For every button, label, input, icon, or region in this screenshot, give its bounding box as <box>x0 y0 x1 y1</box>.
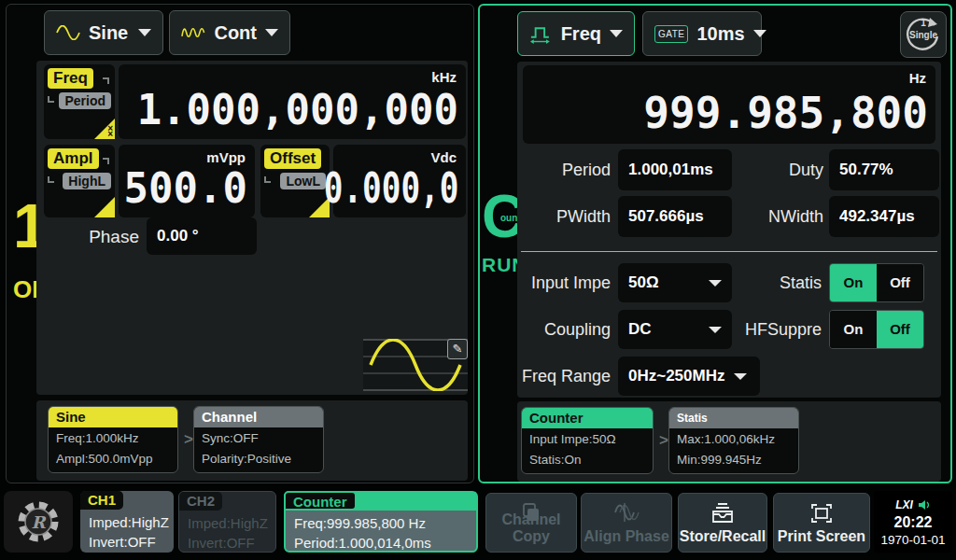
single-label: Single <box>901 30 946 40</box>
store-recall-button[interactable]: Store/Recall <box>678 493 767 553</box>
ch1-tab-label: CH1 <box>80 491 123 510</box>
ampl-unit: mVpp <box>206 149 246 165</box>
sine-summary-card[interactable]: Sine Freq:1.000kHz Ampl:500.0mVpp <box>48 406 178 473</box>
counter-status-tile[interactable]: Counter Freq:999.985,800 Hz Period:1.000… <box>284 491 478 553</box>
freq-range-select[interactable]: 0Hz~250MHz <box>618 357 760 396</box>
statis-on-button[interactable]: On <box>830 264 877 301</box>
hfsuppre-toggle: On Off <box>829 310 924 349</box>
hfsuppre-on-button[interactable]: On <box>830 311 877 348</box>
statis-off-button[interactable]: Off <box>877 264 923 301</box>
nwidth-value-text: 492.347µs <box>839 207 915 226</box>
ampl-display[interactable]: mVpp 500.0 <box>119 145 255 217</box>
period-value-text: 1.000,01ms <box>628 161 713 179</box>
channel-summary-card[interactable]: Channel Sync:OFF Polarity:Positive <box>193 406 324 473</box>
caret-down-icon <box>138 29 151 36</box>
duty-label: Duty <box>732 161 823 180</box>
svg-text:R: R <box>32 512 47 532</box>
statis-card-min: Min:999.945Hz <box>669 451 798 469</box>
ampl-key[interactable]: Ampl HighL × <box>44 145 115 217</box>
coupling-label: Coupling <box>517 320 611 340</box>
counter-mode-select[interactable]: Freq <box>517 11 635 56</box>
highl-key-label: HighL <box>63 173 111 189</box>
channel-copy-button[interactable]: Channel Copy <box>485 493 577 553</box>
caret-down-icon <box>734 373 747 380</box>
pwidth-value-text: 507.666µs <box>628 207 704 226</box>
clock-time: 20:22 <box>874 514 952 531</box>
counter-tile-freq: Freq:999.985,800 Hz <box>286 513 476 533</box>
pwidth-label: PWidth <box>517 207 611 227</box>
ch1-impedance: Imped:HighZ <box>80 512 174 532</box>
freq-key-label: Freq <box>48 68 93 89</box>
channel-card-polarity: Polarity:Positive <box>194 450 323 469</box>
freq-key[interactable]: Freq Period × <box>44 64 115 139</box>
instrument-screen: Sine Cont 1 ON Freq Period × kHz 1 <box>0 0 956 560</box>
waveform-select-label: Sine <box>89 22 128 44</box>
channel1-panel: Sine Cont 1 ON Freq Period × kHz 1 <box>6 4 474 483</box>
counter-summary-card[interactable]: Counter Input Impe:50Ω Statis:On <box>521 407 654 474</box>
coupling-value: DC <box>628 320 652 339</box>
print-screen-icon <box>774 501 869 525</box>
input-impedance-select[interactable]: 50Ω <box>618 263 732 302</box>
statis-card-max: Max:1.000,06kHz <box>669 430 798 449</box>
gate-badge: GATE <box>654 25 688 43</box>
print-screen-button[interactable]: Print Screen <box>773 493 870 553</box>
sine-icon <box>56 25 80 40</box>
counter-tile-period: Period:1.000,014,0ms <box>286 533 476 553</box>
edit-waveform-icon[interactable]: ✎ <box>447 339 468 359</box>
mode-select[interactable]: Cont <box>169 10 290 55</box>
ch2-status-tile[interactable]: CH2 Imped:HighZ Invert:OFF <box>178 491 276 553</box>
ch1-status-tile[interactable]: CH1 Imped:HighZ Invert:OFF <box>80 491 174 553</box>
statis-label: Statis <box>732 273 822 293</box>
gear-logo-icon: R <box>14 497 63 546</box>
coupling-select[interactable]: DC <box>618 310 732 349</box>
ch2-invert: Invert:OFF <box>179 533 275 553</box>
sine-card-ampl: Ampl:500.0mVpp <box>49 450 177 469</box>
system-menu-button[interactable]: R <box>4 491 73 553</box>
caret-down-icon <box>265 29 278 36</box>
hfsuppre-off-button[interactable]: Off <box>877 311 923 348</box>
counter-freq-unit: Hz <box>909 70 926 86</box>
ch2-tab-label: CH2 <box>179 492 222 511</box>
counter-freq-display[interactable]: Hz 999.985,800 <box>523 65 935 144</box>
caret-down-icon <box>709 280 722 287</box>
align-phase-icon <box>582 501 671 524</box>
channel-copy-label: Channel Copy <box>486 511 576 545</box>
pwidth-value: 507.666µs <box>618 196 732 237</box>
waveform-preview[interactable]: ✎ <box>363 339 468 391</box>
chevron-right-icon: > <box>659 431 668 450</box>
statis-card-title: Statis <box>669 408 798 428</box>
single-button[interactable]: 1 Single <box>900 11 947 58</box>
offset-key[interactable]: Offset LowL <box>260 145 330 217</box>
ampl-key-label: Ampl <box>48 148 99 169</box>
statis-summary-card[interactable]: Statis Max:1.000,06kHz Min:999.945Hz <box>668 407 799 474</box>
offset-value: 0.000,0 <box>323 164 458 212</box>
divider <box>521 251 937 252</box>
period-value: 1.000,01ms <box>618 149 732 190</box>
phase-value: 0.00 ° <box>157 227 199 245</box>
phase-field[interactable]: 0.00 ° <box>147 217 257 255</box>
statis-toggle: On Off <box>829 263 924 302</box>
period-label: Period <box>517 161 611 180</box>
duty-value: 50.77% <box>829 149 939 190</box>
corner-mark-icon <box>103 158 109 164</box>
mode-select-label: Cont <box>214 22 257 44</box>
lowl-key-label: LowL <box>280 173 326 189</box>
status-clock-tile[interactable]: LXI 20:22 1970-01-01 <box>874 491 952 553</box>
channel1-parameters: Freq Period × kHz 1.000,000,000 Ampl Hig… <box>36 61 468 395</box>
channel-card-title: Channel <box>194 407 323 427</box>
freq-display[interactable]: kHz 1.000,000,000 <box>119 64 466 139</box>
gate-time-select[interactable]: GATE 10ms <box>642 11 762 56</box>
counter-card-title: Counter <box>522 408 653 428</box>
duty-value-text: 50.77% <box>839 161 893 179</box>
corner-mark-icon <box>264 176 271 183</box>
channel-card-sync: Sync:OFF <box>194 429 323 448</box>
waveform-select[interactable]: Sine <box>44 10 163 55</box>
freq-range-value: 0Hz~250MHz <box>628 367 724 385</box>
offset-display[interactable]: Vdc 0.000,0 <box>333 145 466 217</box>
counter-panel: Freq GATE 10ms 1 Single C ounter RUN Hz … <box>478 4 952 483</box>
corner-mark-icon <box>103 77 109 84</box>
align-phase-button[interactable]: Align Phase <box>581 493 672 553</box>
align-phase-label: Align Phase <box>582 528 671 545</box>
phase-label: Phase <box>55 227 139 247</box>
print-screen-label: Print Screen <box>774 528 869 545</box>
